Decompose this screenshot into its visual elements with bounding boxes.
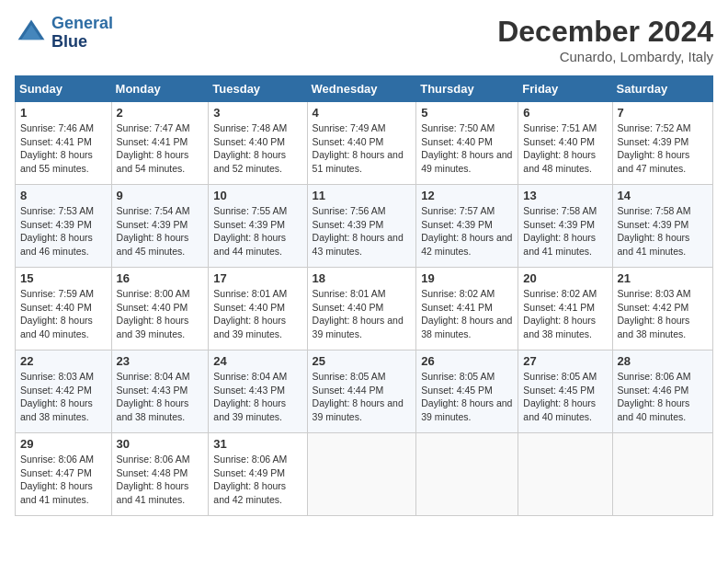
calendar-cell: 8Sunrise: 7:53 AMSunset: 4:39 PMDaylight… xyxy=(16,185,112,268)
day-info: Sunrise: 8:05 AMSunset: 4:45 PMDaylight:… xyxy=(523,370,607,424)
calendar-cell: 30Sunrise: 8:06 AMSunset: 4:48 PMDayligh… xyxy=(111,433,209,516)
calendar-cell: 14Sunrise: 7:58 AMSunset: 4:39 PMDayligh… xyxy=(612,185,712,268)
day-info: Sunrise: 7:50 AMSunset: 4:40 PMDaylight:… xyxy=(421,121,513,176)
day-info: Sunrise: 8:04 AMSunset: 4:43 PMDaylight:… xyxy=(213,370,301,424)
day-info: Sunrise: 7:55 AMSunset: 4:39 PMDaylight:… xyxy=(213,204,301,259)
day-number: 3 xyxy=(213,106,301,120)
day-number: 28 xyxy=(618,354,708,368)
calendar-table: SundayMondayTuesdayWednesdayThursdayFrid… xyxy=(15,75,713,516)
day-number: 5 xyxy=(421,106,513,120)
location: Cunardo, Lombardy, Italy xyxy=(497,49,713,64)
calendar-cell: 23Sunrise: 8:04 AMSunset: 4:43 PMDayligh… xyxy=(111,350,209,433)
day-number: 18 xyxy=(313,271,412,285)
day-number: 8 xyxy=(20,189,107,202)
day-number: 27 xyxy=(523,354,607,368)
day-info: Sunrise: 8:05 AMSunset: 4:45 PMDaylight:… xyxy=(421,370,513,424)
calendar-cell: 24Sunrise: 8:04 AMSunset: 4:43 PMDayligh… xyxy=(209,350,307,433)
day-of-week-header: Thursday xyxy=(416,76,518,102)
day-info: Sunrise: 7:53 AMSunset: 4:39 PMDaylight:… xyxy=(20,204,107,259)
day-info: Sunrise: 8:03 AMSunset: 4:42 PMDaylight:… xyxy=(618,287,708,341)
calendar-cell: 31Sunrise: 8:06 AMSunset: 4:49 PMDayligh… xyxy=(209,433,307,516)
day-of-week-header: Wednesday xyxy=(307,76,416,102)
calendar-cell xyxy=(416,433,518,516)
title-area: December 2024 Cunardo, Lombardy, Italy xyxy=(497,15,713,64)
calendar-week-row: 15Sunrise: 7:59 AMSunset: 4:40 PMDayligh… xyxy=(16,268,713,350)
day-of-week-header: Monday xyxy=(111,76,209,102)
day-info: Sunrise: 8:05 AMSunset: 4:44 PMDaylight:… xyxy=(313,370,412,424)
calendar-cell: 28Sunrise: 8:06 AMSunset: 4:46 PMDayligh… xyxy=(612,350,712,433)
day-number: 6 xyxy=(523,106,607,120)
day-number: 26 xyxy=(421,354,513,368)
day-number: 10 xyxy=(213,189,301,202)
calendar-week-row: 22Sunrise: 8:03 AMSunset: 4:42 PMDayligh… xyxy=(16,350,713,433)
calendar-week-row: 29Sunrise: 8:06 AMSunset: 4:47 PMDayligh… xyxy=(16,433,713,516)
day-of-week-header: Tuesday xyxy=(209,76,307,102)
day-number: 4 xyxy=(313,106,412,120)
day-info: Sunrise: 8:01 AMSunset: 4:40 PMDaylight:… xyxy=(313,287,412,341)
day-number: 19 xyxy=(421,271,513,285)
day-number: 30 xyxy=(117,437,204,451)
day-info: Sunrise: 8:06 AMSunset: 4:49 PMDaylight:… xyxy=(213,453,301,507)
logo-text: General Blue xyxy=(51,15,113,52)
calendar-cell: 9Sunrise: 7:54 AMSunset: 4:39 PMDaylight… xyxy=(111,185,209,268)
day-number: 23 xyxy=(117,354,204,368)
day-number: 21 xyxy=(618,271,708,285)
calendar-cell: 6Sunrise: 7:51 AMSunset: 4:40 PMDaylight… xyxy=(518,102,612,185)
day-number: 15 xyxy=(20,271,107,285)
calendar-cell: 13Sunrise: 7:58 AMSunset: 4:39 PMDayligh… xyxy=(518,185,612,268)
day-number: 31 xyxy=(213,437,301,451)
day-number: 20 xyxy=(523,271,607,285)
day-number: 2 xyxy=(117,106,204,120)
calendar-body: 1Sunrise: 7:46 AMSunset: 4:41 PMDaylight… xyxy=(16,102,713,516)
calendar-cell: 3Sunrise: 7:48 AMSunset: 4:40 PMDaylight… xyxy=(209,102,307,185)
day-info: Sunrise: 8:02 AMSunset: 4:41 PMDaylight:… xyxy=(523,287,607,341)
logo-icon xyxy=(15,17,48,50)
calendar-cell: 26Sunrise: 8:05 AMSunset: 4:45 PMDayligh… xyxy=(416,350,518,433)
calendar-week-row: 8Sunrise: 7:53 AMSunset: 4:39 PMDaylight… xyxy=(16,185,713,268)
calendar-cell: 16Sunrise: 8:00 AMSunset: 4:40 PMDayligh… xyxy=(111,268,209,350)
day-info: Sunrise: 7:59 AMSunset: 4:40 PMDaylight:… xyxy=(20,287,107,341)
calendar-cell xyxy=(518,433,612,516)
page-header: General Blue December 2024 Cunardo, Lomb… xyxy=(15,15,713,64)
day-number: 7 xyxy=(618,106,708,120)
day-of-week-header: Friday xyxy=(518,76,612,102)
calendar-cell: 5Sunrise: 7:50 AMSunset: 4:40 PMDaylight… xyxy=(416,102,518,185)
calendar-cell: 19Sunrise: 8:02 AMSunset: 4:41 PMDayligh… xyxy=(416,268,518,350)
day-info: Sunrise: 7:58 AMSunset: 4:39 PMDaylight:… xyxy=(618,204,708,259)
day-of-week-header: Saturday xyxy=(612,76,712,102)
calendar-cell: 12Sunrise: 7:57 AMSunset: 4:39 PMDayligh… xyxy=(416,185,518,268)
day-info: Sunrise: 8:00 AMSunset: 4:40 PMDaylight:… xyxy=(117,287,204,341)
day-info: Sunrise: 7:58 AMSunset: 4:39 PMDaylight:… xyxy=(523,204,607,259)
day-info: Sunrise: 8:03 AMSunset: 4:42 PMDaylight:… xyxy=(20,370,107,424)
logo: General Blue xyxy=(15,15,113,52)
day-number: 13 xyxy=(523,189,607,202)
calendar-cell: 1Sunrise: 7:46 AMSunset: 4:41 PMDaylight… xyxy=(16,102,112,185)
calendar-cell: 20Sunrise: 8:02 AMSunset: 4:41 PMDayligh… xyxy=(518,268,612,350)
day-number: 22 xyxy=(20,354,107,368)
day-info: Sunrise: 7:48 AMSunset: 4:40 PMDaylight:… xyxy=(213,121,301,176)
day-number: 29 xyxy=(20,437,107,451)
day-number: 25 xyxy=(313,354,412,368)
day-info: Sunrise: 7:57 AMSunset: 4:39 PMDaylight:… xyxy=(421,204,513,259)
calendar-cell: 4Sunrise: 7:49 AMSunset: 4:40 PMDaylight… xyxy=(307,102,416,185)
calendar-cell: 29Sunrise: 8:06 AMSunset: 4:47 PMDayligh… xyxy=(16,433,112,516)
day-of-week-header: Sunday xyxy=(16,76,112,102)
calendar-cell: 7Sunrise: 7:52 AMSunset: 4:39 PMDaylight… xyxy=(612,102,712,185)
calendar-week-row: 1Sunrise: 7:46 AMSunset: 4:41 PMDaylight… xyxy=(16,102,713,185)
calendar-cell: 21Sunrise: 8:03 AMSunset: 4:42 PMDayligh… xyxy=(612,268,712,350)
day-number: 1 xyxy=(20,106,107,120)
calendar-cell: 27Sunrise: 8:05 AMSunset: 4:45 PMDayligh… xyxy=(518,350,612,433)
calendar-cell: 15Sunrise: 7:59 AMSunset: 4:40 PMDayligh… xyxy=(16,268,112,350)
day-number: 24 xyxy=(213,354,301,368)
calendar-cell xyxy=(307,433,416,516)
day-info: Sunrise: 8:01 AMSunset: 4:40 PMDaylight:… xyxy=(213,287,301,341)
calendar-cell xyxy=(612,433,712,516)
day-info: Sunrise: 8:04 AMSunset: 4:43 PMDaylight:… xyxy=(117,370,204,424)
calendar-cell: 22Sunrise: 8:03 AMSunset: 4:42 PMDayligh… xyxy=(16,350,112,433)
day-info: Sunrise: 8:06 AMSunset: 4:48 PMDaylight:… xyxy=(117,453,204,507)
calendar-cell: 11Sunrise: 7:56 AMSunset: 4:39 PMDayligh… xyxy=(307,185,416,268)
day-info: Sunrise: 7:56 AMSunset: 4:39 PMDaylight:… xyxy=(313,204,412,259)
month-title: December 2024 xyxy=(497,15,713,49)
day-info: Sunrise: 7:52 AMSunset: 4:39 PMDaylight:… xyxy=(618,121,708,176)
day-info: Sunrise: 7:49 AMSunset: 4:40 PMDaylight:… xyxy=(313,121,412,176)
